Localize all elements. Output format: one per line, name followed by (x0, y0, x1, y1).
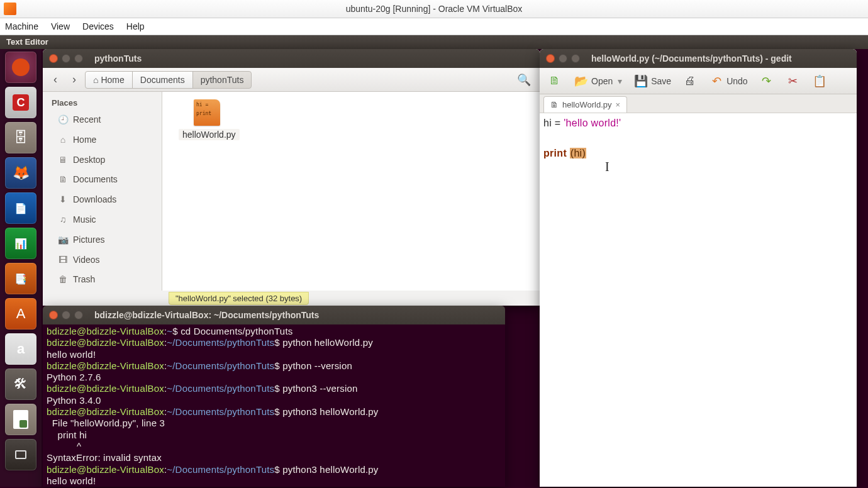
gedit-launcher-icon[interactable] (5, 404, 36, 435)
terminal-window: bdizzle@bdizzle-VirtualBox: ~/Documents/… (43, 306, 505, 487)
close-icon[interactable] (49, 54, 58, 63)
close-icon[interactable] (49, 311, 58, 319)
firefox-icon[interactable]: 🦊 (5, 157, 36, 189)
virtualbox-menubar: Machine View Devices Help (0, 18, 868, 35)
terminal-title: bdizzle@bdizzle-VirtualBox: ~/Documents/… (94, 310, 319, 320)
maximize-icon[interactable] (74, 54, 83, 63)
sidebar-item-trash[interactable]: 🗑Trash (43, 270, 162, 290)
nautilus-title: pythonTuts (94, 53, 142, 64)
sidebar-item-documents[interactable]: 🗎Documents (43, 170, 162, 190)
gedit-title: helloWorld.py (~/Documents/pythonTuts) -… (591, 53, 792, 64)
menu-view[interactable]: View (51, 21, 70, 31)
undo-button[interactable]: ↶Undo (706, 71, 750, 91)
software-center-icon[interactable]: A (5, 298, 36, 330)
maximize-icon[interactable] (74, 311, 83, 319)
python-file-icon (194, 99, 220, 126)
gedit-titlebar[interactable]: helloWorld.py (~/Documents/pythonTuts) -… (540, 49, 857, 68)
menu-devices[interactable]: Devices (82, 21, 114, 31)
sidebar-item-videos[interactable]: 🎞Videos (43, 250, 162, 270)
menu-help[interactable]: Help (126, 21, 145, 31)
unity-menu-app-label: Text Editor (0, 35, 868, 49)
dash-icon[interactable] (5, 52, 36, 83)
unity-launcher: C 🗄 🦊 📄 📊 📑 A a 🛠 (0, 49, 42, 487)
maximize-icon[interactable] (571, 54, 580, 63)
terminal-body[interactable]: bdizzle@bdizzle-VirtualBox:~$ cd Documen… (43, 324, 505, 487)
sidebar-item-desktop[interactable]: 🖥Desktop (43, 150, 162, 170)
places-header: Places (43, 96, 162, 110)
impress-icon[interactable]: 📑 (5, 263, 36, 294)
open-button[interactable]: 📂Open▾ (571, 71, 625, 91)
files-icon[interactable]: 🗄 (5, 122, 36, 153)
ubuntu-desktop: C 🗄 🦊 📄 📊 📑 A a 🛠 pythonTuts ‹ › ⌂ Home … (0, 49, 868, 488)
close-icon[interactable] (546, 54, 555, 63)
tab-helloworld[interactable]: 🗎 helloWorld.py × (543, 96, 627, 113)
nautilus-titlebar[interactable]: pythonTuts (43, 49, 540, 68)
copy-button[interactable]: 📋 (810, 71, 830, 91)
virtualbox-titlebar: ubuntu-20g [Running] - Oracle VM Virtual… (0, 0, 868, 18)
print-button[interactable]: 🖨 (680, 71, 700, 91)
comodo-icon[interactable]: C (5, 87, 36, 118)
virtualbox-title: ubuntu-20g [Running] - Oracle VM Virtual… (346, 4, 523, 14)
forward-button[interactable]: › (67, 72, 82, 87)
breadcrumb-home[interactable]: ⌂ Home (85, 71, 133, 89)
breadcrumb-pythontuts[interactable]: pythonTuts (192, 71, 252, 89)
search-icon[interactable]: 🔍 (513, 69, 535, 91)
terminal-titlebar[interactable]: bdizzle@bdizzle-VirtualBox: ~/Documents/… (43, 306, 505, 324)
nautilus-sidebar: Places 🕘Recent ⌂Home 🖥Desktop 🗎Documents… (43, 92, 162, 291)
file-label: helloWorld.py (179, 129, 240, 140)
minimize-icon[interactable] (559, 54, 567, 63)
gedit-window: helloWorld.py (~/Documents/pythonTuts) -… (540, 49, 857, 487)
amazon-icon[interactable]: a (5, 333, 36, 365)
back-button[interactable]: ‹ (48, 72, 63, 87)
nautilus-window: pythonTuts ‹ › ⌂ Home Documents pythonTu… (43, 49, 540, 306)
new-button[interactable]: 🗎 (545, 71, 565, 91)
minimize-icon[interactable] (62, 311, 70, 319)
virtualbox-icon (4, 3, 16, 15)
breadcrumb: ⌂ Home Documents pythonTuts (86, 70, 252, 89)
settings-icon[interactable]: 🛠 (5, 369, 36, 400)
nautilus-statusbar: "helloWorld.py" selected (32 bytes) (43, 291, 540, 306)
minimize-icon[interactable] (62, 54, 70, 63)
sidebar-item-downloads[interactable]: ⬇Downloads (43, 190, 162, 210)
calc-icon[interactable]: 📊 (5, 228, 36, 259)
sidebar-item-recent[interactable]: 🕘Recent (43, 110, 162, 130)
tab-close-icon[interactable]: × (616, 100, 621, 109)
sidebar-item-home[interactable]: ⌂Home (43, 130, 162, 150)
breadcrumb-documents[interactable]: Documents (132, 71, 193, 89)
gedit-toolbar: 🗎 📂Open▾ 💾Save 🖨 ↶Undo ↷ ✂ 📋 (540, 68, 857, 94)
redo-button[interactable]: ↷ (757, 71, 777, 91)
nautilus-toolbar: ‹ › ⌂ Home Documents pythonTuts 🔍 (43, 68, 540, 92)
gedit-tabbar: 🗎 helloWorld.py × (540, 94, 857, 113)
nautilus-file-pane[interactable]: helloWorld.py (162, 92, 540, 291)
selection-status: "helloWorld.py" selected (32 bytes) (169, 292, 309, 305)
sidebar-item-pictures[interactable]: 📷Pictures (43, 230, 162, 250)
writer-icon[interactable]: 📄 (5, 192, 36, 224)
terminal-launcher-icon[interactable] (5, 439, 36, 470)
sidebar-item-music[interactable]: ♫Music (43, 210, 162, 230)
menu-machine[interactable]: Machine (5, 21, 38, 31)
cut-button[interactable]: ✂ (783, 71, 803, 91)
devices-header: Devices (43, 290, 162, 291)
text-cursor-icon: I (605, 157, 609, 176)
file-helloworld[interactable]: helloWorld.py (179, 99, 235, 140)
save-button[interactable]: 💾Save (631, 71, 674, 91)
gedit-editor[interactable]: hi = 'hello world!' print (hi) I (540, 113, 857, 164)
